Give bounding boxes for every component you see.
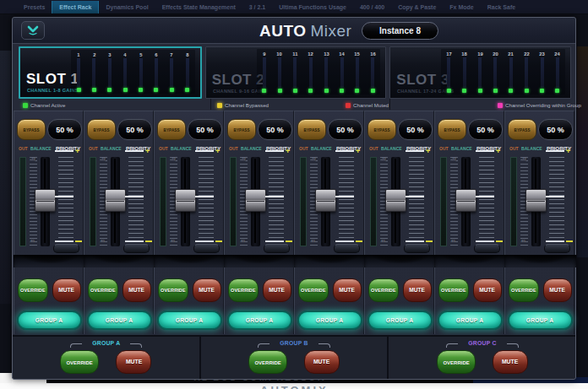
channel-number-text: 24 bbox=[555, 51, 560, 56]
group-assign-button[interactable]: GROUP A bbox=[157, 311, 222, 330]
gain-display[interactable]: 50 % bbox=[328, 119, 362, 140]
override-button[interactable]: OVERRIDE bbox=[18, 278, 48, 302]
bypass-button[interactable]: BYPASS bbox=[438, 119, 466, 140]
channel-option-button[interactable] bbox=[53, 244, 79, 253]
background-tab[interactable]: Effect Rack bbox=[52, 1, 99, 14]
override-button[interactable]: OVERRIDE bbox=[368, 278, 399, 302]
mute-button[interactable]: MUTE bbox=[52, 278, 81, 302]
bypass-button[interactable]: BYPASS bbox=[87, 119, 116, 140]
group-mute-button[interactable]: MUTE bbox=[493, 350, 528, 374]
background-tab[interactable]: 400 / 400 bbox=[353, 1, 391, 14]
background-tab[interactable]: 3 / 2.1 bbox=[242, 1, 272, 14]
group-header: GROUP C bbox=[389, 339, 575, 348]
background-tab[interactable]: Ultima Functions Usage bbox=[272, 1, 353, 14]
fader-handle[interactable] bbox=[455, 189, 476, 212]
mute-button[interactable]: MUTE bbox=[403, 278, 432, 302]
bypass-button[interactable]: BYPASS bbox=[508, 119, 536, 140]
bypass-button[interactable]: BYPASS bbox=[368, 119, 396, 140]
priority-scale[interactable] bbox=[549, 157, 564, 241]
background-tab-label: Copy & Paste bbox=[398, 4, 436, 10]
fader-zone: +22 -60 + bbox=[365, 150, 435, 251]
priority-scale[interactable] bbox=[58, 157, 74, 241]
slot-channel: 5 bbox=[136, 51, 146, 92]
channel-option-button[interactable] bbox=[193, 244, 220, 253]
group-assign-button[interactable]: GROUP A bbox=[368, 311, 433, 330]
override-button[interactable]: OVERRIDE bbox=[228, 278, 259, 302]
mute-button[interactable]: MUTE bbox=[122, 278, 151, 302]
collapse-button[interactable] bbox=[21, 21, 45, 40]
background-tab[interactable]: Dynamics Pool bbox=[99, 1, 155, 14]
fader-handle[interactable] bbox=[315, 189, 336, 212]
background-tab[interactable]: Copy & Paste bbox=[391, 1, 443, 14]
channel-option-button[interactable] bbox=[404, 244, 430, 253]
gain-display[interactable]: 50 % bbox=[117, 119, 152, 140]
priority-scale[interactable] bbox=[339, 157, 354, 241]
channel-option-button[interactable] bbox=[264, 244, 290, 253]
slot-panel[interactable]: SLOT 1 CHANNEL 1-8 GAINS 1 2 bbox=[19, 46, 202, 99]
group-override-button[interactable]: OVERRIDE bbox=[248, 350, 287, 374]
channel-active-led bbox=[293, 89, 297, 93]
group-assign-button[interactable]: GROUP A bbox=[438, 311, 503, 330]
mute-button[interactable]: MUTE bbox=[473, 278, 502, 302]
slot-panel[interactable]: SLOT 2 CHANNEL 9-16 GAINS 9 10 bbox=[205, 46, 387, 99]
channel-option-button[interactable] bbox=[474, 244, 500, 253]
fader-handle[interactable] bbox=[525, 189, 547, 212]
fader-zone: +22 -60 + bbox=[505, 150, 575, 251]
gain-display[interactable]: 50 % bbox=[258, 119, 292, 140]
gain-display[interactable]: 50 % bbox=[398, 119, 433, 140]
gain-display[interactable]: 50 % bbox=[47, 119, 82, 140]
priority-scale[interactable] bbox=[479, 157, 494, 241]
mute-button[interactable]: MUTE bbox=[333, 278, 362, 302]
group-override-button[interactable]: OVERRIDE bbox=[60, 350, 99, 374]
scale-top-label: +22 bbox=[520, 151, 531, 166]
group-mute-button[interactable]: MUTE bbox=[116, 350, 151, 374]
priority-scale[interactable] bbox=[409, 157, 424, 241]
background-tab[interactable]: Presets bbox=[17, 1, 52, 14]
background-tab[interactable]: Fx Mode bbox=[443, 1, 480, 14]
fader-handle[interactable] bbox=[245, 189, 266, 212]
group-assign-label: GROUP A bbox=[316, 317, 344, 323]
bypass-button[interactable]: BYPASS bbox=[157, 119, 186, 140]
override-button[interactable]: OVERRIDE bbox=[298, 278, 329, 302]
channel-number: 5 bbox=[139, 51, 144, 57]
override-button[interactable]: OVERRIDE bbox=[438, 278, 469, 302]
out-meter bbox=[440, 157, 447, 246]
group-mute-button[interactable]: MUTE bbox=[304, 350, 340, 374]
gain-display[interactable]: 50 % bbox=[468, 119, 503, 140]
group-assign-button[interactable]: GROUP A bbox=[227, 311, 292, 330]
fader-handle[interactable] bbox=[175, 189, 196, 212]
slot-panel[interactable]: SLOT 3 CHANNEL 17-24 GAINS 17 1 bbox=[389, 46, 571, 99]
channel-option-button[interactable] bbox=[544, 244, 570, 253]
priority-plus: + bbox=[75, 147, 79, 155]
bypass-button[interactable]: BYPASS bbox=[297, 119, 326, 140]
channel-option-button[interactable] bbox=[123, 244, 150, 253]
mute-button[interactable]: MUTE bbox=[193, 278, 221, 302]
out-meter bbox=[300, 157, 307, 246]
group-assign-button[interactable]: GROUP A bbox=[17, 311, 82, 330]
group-assign-button[interactable]: GROUP A bbox=[87, 311, 152, 330]
fader-handle[interactable] bbox=[35, 189, 56, 212]
gain-display[interactable]: 50 % bbox=[188, 119, 222, 140]
channel-option-button[interactable] bbox=[334, 244, 360, 253]
priority-scale[interactable] bbox=[199, 157, 214, 241]
override-button[interactable]: OVERRIDE bbox=[88, 278, 118, 302]
priority-scale[interactable] bbox=[128, 157, 144, 241]
group-assign-button[interactable]: GROUP A bbox=[297, 311, 362, 330]
priority-value-mark bbox=[55, 196, 74, 197]
priority-scale[interactable] bbox=[269, 157, 284, 241]
mute-button[interactable]: MUTE bbox=[543, 278, 572, 302]
bypass-button[interactable]: BYPASS bbox=[227, 119, 256, 140]
bypass-button[interactable]: BYPASS bbox=[17, 119, 46, 140]
override-button[interactable]: OVERRIDE bbox=[158, 278, 188, 302]
group-override-button[interactable]: OVERRIDE bbox=[437, 350, 476, 374]
background-tab[interactable]: Effects State Management bbox=[155, 1, 242, 14]
fader-handle[interactable] bbox=[105, 189, 126, 212]
group-assign-button[interactable]: GROUP A bbox=[508, 311, 573, 330]
background-tab[interactable]: Rack Safe bbox=[481, 1, 522, 14]
fader-handle[interactable] bbox=[385, 189, 406, 212]
instance-button[interactable]: Instance 8 bbox=[362, 22, 438, 40]
mute-button[interactable]: MUTE bbox=[263, 278, 291, 302]
gain-display[interactable]: 50 % bbox=[538, 119, 573, 140]
override-button[interactable]: OVERRIDE bbox=[509, 278, 539, 302]
override-label: OVERRIDE bbox=[301, 288, 326, 293]
